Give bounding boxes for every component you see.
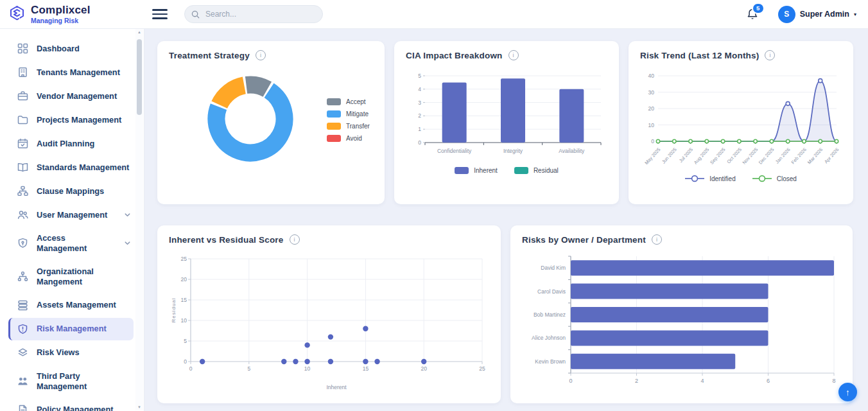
user-menu-button[interactable]: S Super Admin ▾ bbox=[778, 6, 856, 23]
svg-text:Oct 2025: Oct 2025 bbox=[725, 146, 743, 164]
document-icon bbox=[17, 405, 28, 411]
svg-text:25: 25 bbox=[479, 365, 485, 372]
legend-item-avoid[interactable]: Avoid bbox=[327, 135, 370, 142]
search-input[interactable] bbox=[184, 5, 323, 23]
svg-text:Inherent: Inherent bbox=[326, 384, 347, 390]
svg-text:5: 5 bbox=[247, 365, 250, 372]
shield-icon bbox=[17, 238, 28, 249]
legend-label: Identified bbox=[709, 175, 736, 182]
legend-label: Transfer bbox=[346, 123, 370, 130]
svg-text:0: 0 bbox=[569, 378, 572, 384]
svg-text:8: 8 bbox=[832, 378, 835, 384]
sidebar-item-risk-views[interactable]: Risk Views bbox=[8, 342, 134, 364]
sidebar-item-vendor-management[interactable]: Vendor Management bbox=[8, 85, 134, 107]
legend-swatch bbox=[327, 98, 341, 105]
svg-text:20: 20 bbox=[421, 365, 427, 372]
svg-text:Mar 2026: Mar 2026 bbox=[806, 146, 824, 165]
sidebar-item-policy-management[interactable]: Policy Management bbox=[8, 399, 134, 411]
sidebar-item-organizational-mangement[interactable]: Organizational Mangement bbox=[8, 261, 134, 293]
sidebar-item-clause-mappings[interactable]: Clause Mappings bbox=[8, 180, 134, 202]
svg-text:2: 2 bbox=[418, 112, 421, 119]
sidebar: DashboardTenants ManagementVendor Manage… bbox=[0, 28, 144, 411]
sidebar-item-access-management[interactable]: Access Management bbox=[8, 227, 134, 259]
risk-trend-card: Risk Trend (Last 12 Months) i 010203040M… bbox=[629, 41, 853, 204]
assets-icon bbox=[17, 300, 28, 311]
svg-text:Integrity: Integrity bbox=[503, 148, 523, 154]
legend-swatch bbox=[514, 167, 528, 174]
sidebar-item-tenants-management[interactable]: Tenants Management bbox=[8, 61, 134, 83]
sidebar-item-risk-management[interactable]: Risk Management bbox=[8, 318, 134, 340]
svg-text:Availability: Availability bbox=[559, 148, 585, 154]
svg-text:David Kim: David Kim bbox=[541, 265, 566, 271]
cia-impact-card: CIA Impact Breakdown i 012345Confidentia… bbox=[394, 41, 619, 204]
legend-label: Inherent bbox=[474, 167, 498, 174]
svg-text:Jun 2025: Jun 2025 bbox=[661, 146, 678, 164]
svg-text:4: 4 bbox=[418, 86, 421, 92]
svg-text:Apr 2026: Apr 2026 bbox=[823, 146, 840, 164]
sidebar-item-label: Clause Mappings bbox=[37, 186, 131, 197]
legend-item-transfer[interactable]: Transfer bbox=[327, 123, 370, 130]
legend-label: Mitigate bbox=[346, 110, 369, 118]
brand[interactable]: Complixcel Managing Risk bbox=[0, 4, 144, 24]
sidebar-scrollbar[interactable]: ▲ ▼ bbox=[135, 29, 143, 410]
building-icon bbox=[17, 67, 28, 78]
sidebar-item-dashboard[interactable]: Dashboard bbox=[8, 37, 134, 60]
svg-text:2: 2 bbox=[635, 378, 638, 384]
svg-text:Jan 2026: Jan 2026 bbox=[774, 146, 792, 164]
legend-item-residual[interactable]: Residual bbox=[514, 167, 559, 174]
sidebar-item-label: Policy Management bbox=[37, 405, 131, 411]
user-name: Super Admin bbox=[800, 10, 849, 19]
chevron-down-icon bbox=[124, 211, 131, 218]
legend-item-mitigate[interactable]: Mitigate bbox=[327, 110, 370, 118]
legend-swatch bbox=[455, 167, 469, 174]
card-title: Risks by Owner / Department bbox=[522, 235, 646, 245]
risk-trend-chart: 010203040May 2025Jun 2025Jul 2025Aug 202… bbox=[640, 68, 842, 175]
legend-item-inherent[interactable]: Inherent bbox=[455, 167, 498, 174]
scrollbar-thumb[interactable] bbox=[137, 39, 142, 115]
info-icon[interactable]: i bbox=[256, 50, 266, 60]
sidebar-item-standards-management[interactable]: Standards Management bbox=[8, 156, 134, 179]
info-icon[interactable]: i bbox=[508, 50, 519, 60]
legend-item-accept[interactable]: Accept bbox=[327, 98, 370, 105]
sidebar-item-third-party-management[interactable]: Third Party Management bbox=[8, 365, 134, 398]
folder-icon bbox=[17, 114, 28, 125]
sitemap-icon bbox=[17, 186, 28, 197]
sidebar-item-assets-management[interactable]: Assets Management bbox=[8, 294, 134, 317]
trend-legend: IdentifiedClosed bbox=[640, 175, 842, 182]
sidebar-item-label: Tenants Management bbox=[37, 67, 131, 78]
sidebar-item-label: Risk Views bbox=[37, 347, 131, 358]
notifications-button[interactable]: 5 bbox=[746, 8, 759, 21]
sidebar-item-label: Standards Management bbox=[37, 162, 131, 173]
legend-item-closed[interactable]: Closed bbox=[752, 175, 797, 182]
notification-count-badge: 5 bbox=[752, 3, 765, 14]
scroll-to-top-button[interactable]: ↑ bbox=[838, 383, 857, 401]
sidebar-item-label: Organizational Mangement bbox=[37, 267, 131, 287]
info-icon[interactable]: i bbox=[290, 234, 300, 245]
svg-text:0: 0 bbox=[651, 138, 654, 144]
svg-text:0: 0 bbox=[184, 358, 187, 365]
sidebar-item-user-management[interactable]: User Management bbox=[8, 204, 134, 226]
sidebar-item-label: Third Party Management bbox=[37, 371, 131, 392]
card-title: CIA Impact Breakdown bbox=[406, 51, 503, 60]
sidebar-toggle-button[interactable] bbox=[152, 9, 168, 19]
svg-text:10: 10 bbox=[304, 365, 311, 372]
sidebar-item-projects-management[interactable]: Projects Management bbox=[8, 109, 134, 131]
svg-text:15: 15 bbox=[363, 365, 369, 372]
svg-text:1: 1 bbox=[418, 126, 421, 132]
scatter-chart: 05101520250510152025ResidualInherent bbox=[169, 254, 489, 392]
layers-icon bbox=[17, 347, 28, 358]
sidebar-item-audit-planning[interactable]: Audit Planning bbox=[8, 132, 134, 155]
sidebar-item-label: Risk Management bbox=[37, 324, 131, 334]
info-icon[interactable]: i bbox=[765, 50, 775, 60]
calendar-icon bbox=[17, 138, 28, 149]
legend-swatch bbox=[327, 135, 341, 142]
scroll-down-icon[interactable]: ▼ bbox=[137, 404, 141, 410]
scroll-up-icon[interactable]: ▲ bbox=[137, 29, 141, 35]
legend-label: Avoid bbox=[346, 135, 362, 142]
risks-by-owner-card: Risks by Owner / Department i 02468David… bbox=[510, 225, 853, 403]
legend-item-identified[interactable]: Identified bbox=[685, 175, 736, 182]
legend-label: Residual bbox=[534, 167, 559, 174]
svg-text:Residual: Residual bbox=[171, 297, 177, 322]
info-icon[interactable]: i bbox=[652, 234, 662, 245]
legend-swatch bbox=[327, 110, 341, 118]
